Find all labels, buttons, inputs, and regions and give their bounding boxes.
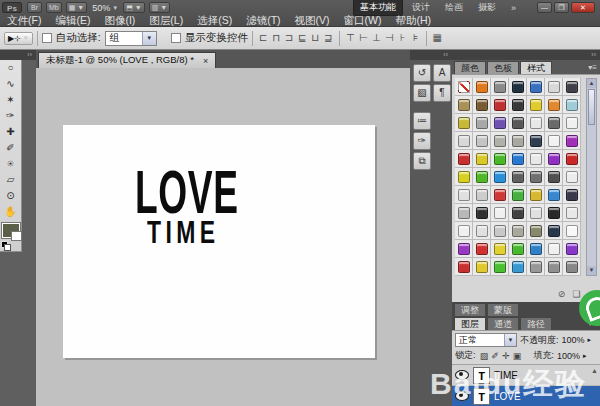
auto-select-checkbox[interactable] [42, 33, 52, 43]
arrange-documents-icon[interactable]: ▥ ▼ [149, 2, 171, 13]
style-swatch[interactable] [545, 222, 563, 240]
move-tool-badge[interactable]: ▶⊹ ▼ [4, 32, 33, 45]
align-icon-5[interactable]: ⊒ [322, 29, 335, 47]
close-icon[interactable]: × [203, 56, 208, 66]
align-icon-4[interactable]: ⊔ [309, 29, 322, 47]
tab-layers[interactable]: 图层 [454, 317, 486, 330]
eraser-tool[interactable]: ▱ [0, 172, 21, 188]
show-transform-checkbox[interactable] [171, 33, 181, 43]
style-swatch[interactable] [563, 132, 581, 150]
style-swatch[interactable] [545, 150, 563, 168]
close-button[interactable]: ✕ [571, 2, 595, 13]
document-canvas[interactable]: LOVE TIME [63, 125, 375, 358]
distribute-icon-2[interactable]: ⊥ [370, 29, 383, 47]
tab-paths[interactable]: 路径 [520, 317, 552, 330]
align-icon-0[interactable]: ⊏ [257, 29, 270, 47]
style-swatch[interactable] [545, 132, 563, 150]
canvas-text-love[interactable]: LOVE [135, 161, 239, 223]
distribute-icon-3[interactable]: ⊣ [383, 29, 396, 47]
workspace-button-photography[interactable]: 摄影 [472, 0, 502, 15]
style-swatch[interactable] [455, 258, 473, 276]
style-swatch[interactable] [455, 222, 473, 240]
style-swatch[interactable] [491, 78, 509, 96]
style-swatch[interactable] [491, 150, 509, 168]
style-swatch[interactable] [563, 78, 581, 96]
style-swatch[interactable] [563, 222, 581, 240]
character-panel-icon[interactable]: A [433, 64, 451, 82]
panel-dock-collapse-header[interactable]: ›› [452, 50, 600, 60]
style-swatch[interactable] [563, 186, 581, 204]
style-swatch[interactable] [563, 204, 581, 222]
style-swatch[interactable] [527, 114, 545, 132]
styles-scrollbar[interactable]: ▲ ▼ [586, 78, 597, 276]
style-swatch[interactable] [527, 186, 545, 204]
lock-all-icon[interactable]: ▣ [512, 351, 523, 361]
style-swatch[interactable] [545, 186, 563, 204]
lock-position-icon[interactable]: ✛ [501, 351, 512, 361]
style-swatch[interactable] [473, 258, 491, 276]
style-swatch[interactable] [473, 96, 491, 114]
auto-select-dropdown[interactable]: 组 ▼ [105, 31, 157, 46]
blend-mode-dropdown[interactable]: 正常 ▼ [455, 333, 517, 347]
style-swatch[interactable] [563, 150, 581, 168]
toolbar-collapse-header[interactable]: ›› [0, 50, 36, 60]
style-swatch[interactable] [455, 132, 473, 150]
style-swatch[interactable] [491, 204, 509, 222]
distribute-icon-1[interactable]: ⊢ [357, 29, 370, 47]
tab-styles[interactable]: 样式 [520, 61, 552, 74]
background-color-swatch[interactable] [11, 231, 22, 241]
style-swatch[interactable] [563, 96, 581, 114]
style-swatch[interactable] [455, 150, 473, 168]
style-swatch[interactable] [527, 168, 545, 186]
style-swatch[interactable] [509, 258, 527, 276]
lock-transparent-pixels-icon[interactable]: ▨ [479, 351, 490, 361]
menu-item-window[interactable]: 窗口(W) [337, 14, 389, 27]
style-swatch[interactable] [545, 240, 563, 258]
scroll-up-icon[interactable]: ▲ [587, 79, 596, 88]
menu-item-layer[interactable]: 图层(L) [142, 14, 190, 27]
distribute-icon-5[interactable]: ⊧ [409, 29, 422, 47]
fill-value[interactable]: 100% [557, 351, 580, 361]
style-swatch[interactable] [563, 114, 581, 132]
workspace-button-more[interactable]: » [505, 2, 522, 14]
style-swatch[interactable] [527, 204, 545, 222]
minimize-button[interactable]: — [537, 2, 552, 13]
view-extras-icon[interactable]: ▦ ▼ [66, 2, 88, 13]
healing-brush-tool[interactable]: ✚ [0, 124, 21, 140]
style-swatch[interactable] [509, 96, 527, 114]
style-swatch[interactable] [473, 132, 491, 150]
style-swatch[interactable] [455, 186, 473, 204]
style-swatch[interactable] [527, 96, 545, 114]
chevron-right-icon[interactable]: ▸ [588, 336, 592, 344]
menu-item-edit[interactable]: 编辑(E) [48, 14, 97, 27]
align-icon-3[interactable]: ⊑ [296, 29, 309, 47]
auto-align-icon-0[interactable]: ▦ [431, 29, 444, 47]
style-swatch[interactable] [491, 186, 509, 204]
brush-panel-icon[interactable]: ≔ [413, 112, 431, 130]
style-swatch[interactable] [545, 258, 563, 276]
tab-adjustments[interactable]: 调整 [454, 303, 486, 316]
restore-button[interactable]: ❐ [554, 2, 569, 13]
zoom-tool[interactable]: ⊙ [0, 188, 21, 204]
style-swatch[interactable] [491, 168, 509, 186]
style-swatch[interactable] [509, 132, 527, 150]
style-swatch[interactable] [509, 204, 527, 222]
mini-bridge-icon[interactable]: Mb [46, 2, 62, 13]
style-swatch[interactable] [473, 186, 491, 204]
distribute-icon-4[interactable]: ⊦ [396, 29, 409, 47]
bridge-icon[interactable]: Br [27, 2, 42, 13]
style-swatch[interactable] [545, 96, 563, 114]
menu-item-view[interactable]: 视图(V) [288, 14, 337, 27]
style-swatch[interactable] [545, 78, 563, 96]
style-swatch[interactable] [473, 204, 491, 222]
style-swatch[interactable] [473, 150, 491, 168]
workspace-button-design[interactable]: 设计 [406, 0, 436, 15]
brush-presets-panel-icon[interactable]: ✑ [413, 132, 431, 150]
style-swatch[interactable] [527, 132, 545, 150]
style-swatch[interactable] [473, 78, 491, 96]
style-swatch[interactable] [527, 258, 545, 276]
style-swatch[interactable] [491, 222, 509, 240]
default-colors-icon[interactable] [1, 241, 9, 249]
scrollbar-thumb[interactable] [588, 89, 595, 125]
style-swatch[interactable] [509, 222, 527, 240]
